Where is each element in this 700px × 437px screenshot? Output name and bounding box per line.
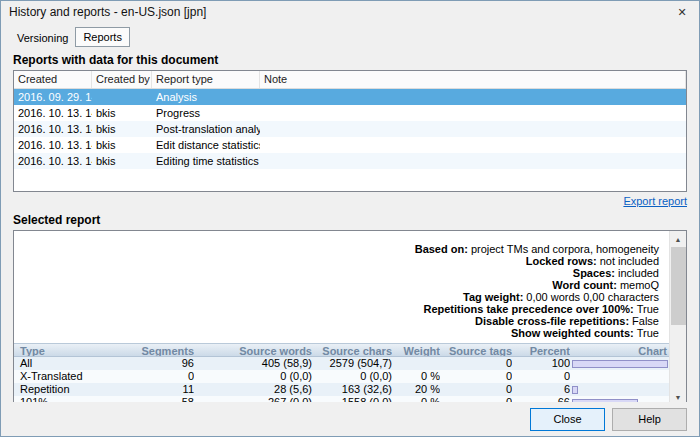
cell-source-chars: 1558 (0,0)	[312, 396, 392, 402]
cell-report-type: Progress	[152, 105, 260, 121]
column-header-created[interactable]: Created	[14, 71, 92, 88]
cell-note	[260, 121, 686, 137]
history-and-reports-dialog: History and reports - en-US.json [jpn] ✕…	[0, 0, 700, 437]
column-header-segments: Segments	[132, 344, 194, 356]
setting-value: True	[637, 327, 659, 339]
cell-source-words: 405 (58,9)	[194, 357, 312, 370]
table-row[interactable]: 2016. 09. 29. 14:30 Analysis	[14, 89, 686, 105]
cell-source-chars: 163 (32,6)	[312, 383, 392, 396]
table-row[interactable]: 2016. 10. 13. 14:40 bkis Edit distance s…	[14, 137, 686, 153]
help-button[interactable]: Help	[612, 408, 687, 431]
cell-created: 2016. 10. 13. 14:40	[14, 153, 92, 169]
setting-label: Spaces:	[573, 267, 615, 279]
report-setting: Tag weight:0,00 words 0,00 characters	[14, 291, 669, 303]
column-header-created-by[interactable]: Created by	[92, 71, 152, 88]
analysis-table: Type Segments Source words Source chars …	[14, 343, 669, 402]
table-row[interactable]: 2016. 10. 13. 14:40 bkis Post-translatio…	[14, 121, 686, 137]
setting-label: Based on:	[415, 243, 468, 255]
dialog-footer: Close Help	[1, 402, 699, 436]
report-setting: Show weighted counts:True	[14, 327, 669, 339]
setting-value: included	[618, 267, 659, 279]
cell-created-by	[92, 89, 152, 105]
cell-report-type: Editing time statistics	[152, 153, 260, 169]
column-header-chart: Chart	[570, 344, 669, 356]
report-setting: Based on:project TMs and corpora, homoge…	[14, 243, 669, 255]
tab-strip: Versioning Reports	[1, 23, 699, 47]
scroll-up-icon[interactable]: ▲	[670, 231, 686, 247]
chart-bar	[572, 399, 638, 403]
cell-note	[260, 153, 686, 169]
column-header-source-chars: Source chars	[312, 344, 392, 356]
setting-label: Locked rows:	[526, 255, 597, 267]
reports-list: Created Created by Report type Note 2016…	[13, 70, 687, 192]
chart-bar	[572, 386, 578, 394]
cell-segments: 0	[132, 370, 194, 383]
cell-source-tags: 0	[440, 370, 512, 383]
analysis-row: Repetition 11 28 (5,6) 163 (32,6) 20 % 0…	[14, 383, 669, 396]
export-row: Export report	[13, 195, 687, 209]
reports-section-heading: Reports with data for this document	[13, 53, 687, 67]
table-row[interactable]: 2016. 10. 13. 14:39 bkis Progress	[14, 105, 686, 121]
cell-report-type: Edit distance statistics	[152, 137, 260, 153]
chart-bar	[572, 360, 668, 368]
cell-type: 101%	[14, 396, 132, 402]
cell-segments: 58	[132, 396, 194, 402]
setting-value: not included	[600, 255, 659, 267]
scroll-down-icon[interactable]: ▼	[670, 389, 686, 402]
tab-reports[interactable]: Reports	[75, 27, 130, 47]
title-bar[interactable]: History and reports - en-US.json [jpn] ✕	[1, 1, 699, 23]
setting-value: project TMs and corpora, homogeneity	[471, 243, 659, 255]
close-icon[interactable]: ✕	[665, 1, 699, 23]
vertical-scrollbar[interactable]: ▲ ▼	[669, 231, 686, 402]
table-row[interactable]: 2016. 10. 13. 14:40 bkis Editing time st…	[14, 153, 686, 169]
cell-note	[260, 105, 686, 121]
cell-source-tags: 0	[440, 396, 512, 402]
selected-report-panel: Based on:project TMs and corpora, homoge…	[13, 230, 687, 402]
report-body: Based on:project TMs and corpora, homoge…	[14, 231, 669, 402]
cell-source-words: 267 (0,0)	[194, 396, 312, 402]
cell-weight: 20 %	[392, 383, 440, 396]
close-button[interactable]: Close	[530, 408, 605, 431]
cell-chart	[570, 357, 669, 370]
column-header-note[interactable]: Note	[260, 71, 686, 88]
setting-value: False	[632, 315, 659, 327]
cell-created-by: bkis	[92, 153, 152, 169]
cell-created: 2016. 10. 13. 14:40	[14, 137, 92, 153]
cell-weight	[392, 357, 440, 370]
cell-type: X-Translated	[14, 370, 132, 383]
cell-created-by: bkis	[92, 137, 152, 153]
cell-created-by: bkis	[92, 121, 152, 137]
cell-type: Repetition	[14, 383, 132, 396]
selected-report-heading: Selected report	[13, 213, 687, 227]
setting-value: memoQ	[620, 279, 659, 291]
cell-percent: 100	[512, 357, 570, 370]
tab-versioning[interactable]: Versioning	[10, 29, 75, 47]
cell-source-words: 28 (5,6)	[194, 383, 312, 396]
report-setting: Spaces:included	[14, 267, 669, 279]
dialog-content: Reports with data for this document Crea…	[1, 47, 699, 402]
column-header-type: Type	[14, 344, 132, 356]
export-report-link[interactable]: Export report	[623, 195, 687, 207]
cell-segments: 11	[132, 383, 194, 396]
analysis-row: 101% 58 267 (0,0) 1558 (0,0) 0 % 0 66	[14, 396, 669, 402]
column-header-source-tags: Source tags	[440, 344, 512, 356]
report-setting: Disable cross-file repetitions:False	[14, 315, 669, 327]
cell-source-words: 0 (0,0)	[194, 370, 312, 383]
cell-source-chars: 0 (0,0)	[312, 370, 392, 383]
column-header-source-words: Source words	[194, 344, 312, 356]
cell-created: 2016. 09. 29. 14:30	[14, 89, 92, 105]
scrollbar-thumb[interactable]	[671, 247, 686, 325]
setting-value: 0,00 words 0,00 characters	[526, 291, 659, 303]
cell-report-type: Post-translation analysis	[152, 121, 260, 137]
setting-label: Show weighted counts:	[511, 327, 634, 339]
cell-segments: 96	[132, 357, 194, 370]
analysis-row: X-Translated 0 0 (0,0) 0 (0,0) 0 % 0 0	[14, 370, 669, 383]
cell-report-type: Analysis	[152, 89, 260, 105]
setting-label: Repetitions take precedence over 100%:	[423, 303, 633, 315]
analysis-row: All 96 405 (58,9) 2579 (504,7) 0 100	[14, 357, 669, 370]
report-setting: Locked rows:not included	[14, 255, 669, 267]
column-header-report-type[interactable]: Report type	[152, 71, 260, 88]
cell-weight: 0 %	[392, 370, 440, 383]
setting-label: Disable cross-file repetitions:	[475, 315, 629, 327]
report-setting: Word count:memoQ	[14, 279, 669, 291]
